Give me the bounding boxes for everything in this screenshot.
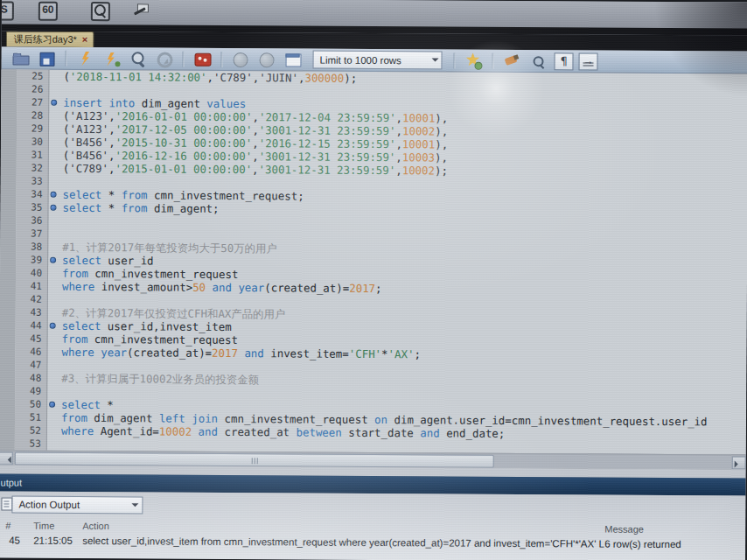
tab-sql-file[interactable]: 课后练习day3* ×: [6, 31, 94, 47]
app-s-icon[interactable]: S: [2, 1, 14, 20]
scroll-right-button[interactable]: [732, 457, 746, 470]
tab-title: 课后练习day3*: [14, 32, 77, 46]
line-number: 38: [16, 241, 42, 254]
output-panel-title: utput: [0, 477, 22, 487]
line-number: 51: [15, 410, 41, 424]
line-number: 31: [17, 149, 43, 162]
code-text: select user_id: [62, 254, 154, 268]
line-number: 47: [15, 358, 41, 371]
forward-icon[interactable]: [256, 50, 277, 69]
statement-marker-icon: [50, 205, 56, 211]
stop-query-icon[interactable]: [192, 49, 213, 68]
zoom-icon[interactable]: [527, 52, 548, 71]
toolbar-separator: [453, 52, 455, 68]
code-text: select * from cmn_investment_request;: [63, 188, 304, 203]
line-number: 45: [16, 332, 42, 346]
line-number: 46: [15, 346, 41, 359]
line-number: 29: [17, 122, 43, 136]
line-number: 34: [17, 188, 43, 201]
statement-marker-icon: [50, 257, 56, 263]
statement-marker-icon: [51, 192, 57, 198]
toolbar-separator: [65, 50, 66, 66]
toolbar-separator: [182, 51, 184, 66]
line-number: 30: [17, 136, 43, 149]
column-header-message: Message: [604, 522, 745, 538]
line-number: 28: [17, 109, 43, 122]
toolbar-separator: [492, 52, 493, 68]
indent-icon[interactable]: [578, 52, 597, 70]
line-number: 52: [15, 424, 41, 437]
chevron-down-icon: [131, 503, 138, 510]
code-text: #2、计算2017年仅投资过CFH和AX产品的用户: [62, 306, 286, 321]
message-cell: 6 row(s) returned: [604, 537, 745, 553]
sql-editor[interactable]: 25('2018-11-01 14:32:00','C789','JUIN',3…: [0, 69, 747, 454]
line-number: 50: [15, 397, 41, 410]
toolbar-separator: [220, 51, 222, 66]
favorites-icon[interactable]: [463, 51, 484, 70]
line-number: 48: [15, 371, 41, 384]
open-file-icon[interactable]: [10, 48, 31, 67]
format-code-icon[interactable]: [501, 51, 522, 70]
code-text: insert into dim_agent values: [63, 96, 246, 110]
line-number: 41: [16, 280, 42, 293]
line-number: 44: [16, 319, 42, 332]
statement-marker-icon: [51, 100, 57, 106]
pilcrow-icon[interactable]: [554, 52, 573, 70]
code-text: from cmn_investment_request: [62, 332, 239, 346]
line-number: 43: [16, 306, 42, 319]
output-mode-dropdown[interactable]: Action Output: [11, 495, 143, 514]
search-files-icon[interactable]: [91, 2, 110, 21]
icon-label: S: [2, 3, 14, 15]
output-mode-label: Action Output: [18, 500, 80, 510]
line-number: 32: [17, 162, 43, 175]
icon-label: 60: [38, 4, 58, 16]
row-limit-dropdown[interactable]: Limit to 1000 rows: [312, 51, 442, 70]
find-icon[interactable]: [127, 49, 148, 68]
scrollbar-grip-icon: [255, 458, 255, 464]
code-text: #3、计算归属于10002业务员的投资金额: [61, 372, 259, 386]
execute-all-icon[interactable]: [101, 49, 122, 68]
statement-marker-icon: [50, 323, 56, 329]
line-number: 39: [16, 254, 42, 267]
chevron-down-icon: [432, 58, 439, 65]
timer-60-icon[interactable]: 60: [38, 2, 58, 21]
line-number: 27: [17, 96, 43, 109]
close-icon[interactable]: ×: [82, 35, 88, 45]
execute-query-icon[interactable]: [74, 48, 95, 67]
pen-icon[interactable]: [131, 2, 150, 21]
line-number: 40: [16, 267, 42, 280]
code-text: from cmn_investment_request: [62, 267, 239, 281]
action-cell: select user_id,invest_item from cmn_inve…: [82, 534, 604, 552]
refresh-icon[interactable]: [153, 49, 174, 68]
row-num-cell: 45: [0, 533, 33, 548]
action-output-table: # Time Action Message 4521:15:05select u…: [0, 518, 745, 552]
statement-marker-icon: [49, 402, 55, 408]
dropdown-label: Limit to 1000 rows: [320, 54, 401, 66]
table-view-icon[interactable]: [283, 50, 304, 69]
line-number: 37: [16, 228, 42, 241]
output-panel: Action Output # Time Action Message 4521…: [0, 491, 746, 560]
save-icon[interactable]: [36, 48, 57, 67]
line-number: 35: [16, 201, 42, 214]
code-text: #1、计算2017年每笔投资均大于50万的用户: [62, 241, 277, 255]
column-header-time: Time: [33, 519, 82, 534]
line-number: 49: [15, 384, 41, 397]
line-number: 25: [17, 70, 43, 83]
back-icon[interactable]: [230, 49, 251, 68]
code-text: select *: [61, 398, 114, 411]
scroll-left-button[interactable]: [0, 452, 13, 465]
column-header-num: #: [0, 518, 33, 533]
line-number: 33: [17, 175, 43, 188]
line-number: 53: [15, 437, 41, 450]
line-number: 42: [16, 293, 42, 306]
code-text: select user_id,invest_item: [62, 319, 232, 333]
time-cell: 21:15:05: [33, 534, 82, 549]
line-number: 36: [16, 214, 42, 228]
code-text: select * from dim_agent;: [62, 201, 219, 215]
line-number: 26: [17, 83, 43, 96]
screen-photo: S60 课后练习day3* × Limit to 1000 rows 25('2…: [0, 0, 747, 560]
